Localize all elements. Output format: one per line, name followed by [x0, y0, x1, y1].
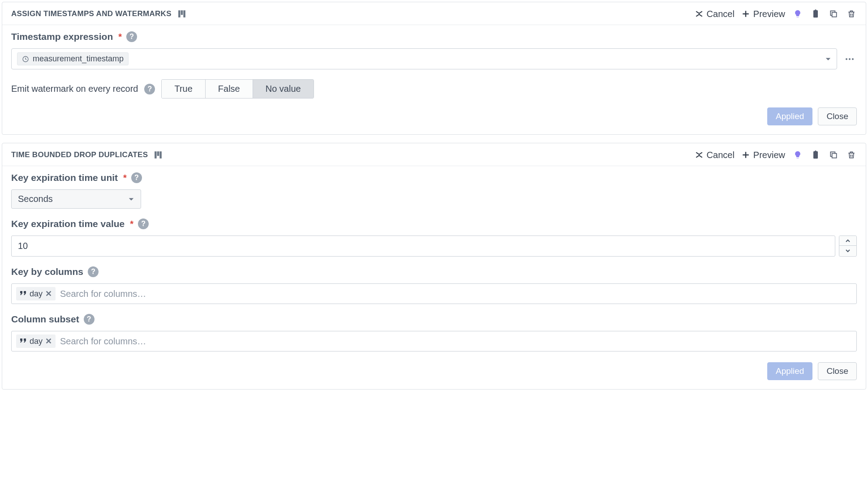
help-icon[interactable]: ?: [131, 172, 142, 183]
svg-rect-11: [832, 154, 837, 158]
column-tag-label: day: [30, 337, 43, 346]
trash-icon: [847, 150, 856, 159]
emit-watermark-label: Emit watermark on every record: [11, 84, 138, 94]
field-key-expiration-unit: Key expiration time unit * ? Seconds: [11, 172, 857, 209]
board-icon: [154, 151, 162, 159]
required-star: *: [118, 32, 122, 42]
svg-rect-9: [157, 151, 159, 156]
lightbulb-icon: [793, 9, 802, 18]
expression-chip-label: measurement_timestamp: [33, 54, 124, 64]
timestamp-expression-input[interactable]: measurement_timestamp: [11, 48, 837, 69]
help-icon[interactable]: ?: [84, 314, 95, 325]
copy-icon: [829, 150, 838, 159]
close-button[interactable]: Close: [818, 362, 857, 380]
help-icon[interactable]: ?: [138, 219, 149, 229]
ellipsis-icon: [844, 54, 855, 64]
collapse-icon: [695, 151, 703, 159]
column-tag: day ✕: [16, 287, 56, 300]
header-actions: Cancel Preview: [695, 150, 857, 160]
panel-header: TIME BOUNDED DROP DUPLICATES Cancel Prev…: [2, 143, 866, 166]
columns-placeholder: Search for columns…: [60, 336, 146, 347]
remove-tag-button[interactable]: ✕: [45, 336, 52, 346]
segment-true[interactable]: True: [162, 80, 205, 98]
copy-icon: [829, 9, 838, 18]
collapse-icon: [695, 10, 703, 18]
svg-point-7: [852, 58, 854, 60]
plus-icon: [742, 151, 750, 159]
preview-label: Preview: [753, 9, 785, 19]
delete-button[interactable]: [846, 150, 857, 160]
cancel-button[interactable]: Cancel: [695, 9, 735, 19]
clipboard-button[interactable]: [810, 150, 821, 160]
field-label: Key expiration time value: [11, 219, 125, 229]
trash-icon: [847, 9, 856, 18]
svg-rect-8: [155, 151, 157, 159]
field-emit-watermark: Emit watermark on every record ? True Fa…: [11, 79, 857, 99]
field-label: Key by columns: [11, 266, 83, 277]
field-label: Key expiration time unit: [11, 172, 118, 183]
preview-button[interactable]: Preview: [742, 150, 785, 160]
remove-tag-button[interactable]: ✕: [45, 289, 52, 299]
unit-select-value: Seconds: [18, 194, 53, 204]
svg-rect-0: [178, 10, 180, 17]
field-timestamp-expression: Timestamp expression * ? measurement_tim…: [11, 31, 857, 69]
cancel-button[interactable]: Cancel: [695, 150, 735, 160]
svg-rect-3: [832, 13, 837, 17]
help-icon[interactable]: ?: [144, 84, 155, 94]
value-stepper: [839, 236, 857, 257]
required-star: *: [123, 173, 127, 183]
column-tag: day ✕: [16, 334, 56, 348]
field-key-expiration-value: Key expiration time value * ?: [11, 219, 857, 257]
segment-no-value[interactable]: No value: [253, 80, 314, 98]
columns-placeholder: Search for columns…: [60, 289, 146, 299]
hint-button[interactable]: [792, 9, 803, 19]
cancel-label: Cancel: [707, 9, 735, 19]
clipboard-icon: [811, 150, 820, 159]
expiration-value-input[interactable]: [11, 236, 835, 257]
field-column-subset: Column subset ? day ✕ Search for columns…: [11, 314, 857, 351]
unit-select[interactable]: Seconds: [11, 189, 141, 209]
more-options-button[interactable]: [842, 52, 857, 66]
panel-footer: Applied Close: [2, 107, 866, 134]
quote-icon: [20, 338, 27, 344]
svg-rect-10: [160, 151, 162, 159]
copy-button[interactable]: [828, 9, 839, 19]
clipboard-icon: [811, 9, 820, 18]
panel-body: Timestamp expression * ? measurement_tim…: [2, 25, 866, 107]
panel-body: Key expiration time unit * ? Seconds Key…: [2, 166, 866, 362]
copy-button[interactable]: [828, 150, 839, 160]
help-icon[interactable]: ?: [126, 31, 137, 42]
chevron-down-icon: [845, 248, 851, 253]
required-star: *: [130, 219, 133, 229]
applied-button: Applied: [767, 107, 812, 125]
emit-watermark-segmented: True False No value: [161, 79, 314, 99]
chevron-down-icon: [128, 196, 134, 202]
panel-title: ASSIGN TIMESTAMPS AND WATERMARKS: [11, 9, 172, 18]
segment-false[interactable]: False: [206, 80, 253, 98]
quote-icon: [20, 291, 27, 297]
lightbulb-icon: [793, 150, 802, 159]
chevron-up-icon: [845, 239, 851, 243]
applied-button: Applied: [767, 362, 812, 380]
preview-button[interactable]: Preview: [742, 9, 785, 19]
column-subset-input[interactable]: day ✕ Search for columns…: [11, 331, 857, 351]
hint-button[interactable]: [792, 150, 803, 160]
step-down-button[interactable]: [839, 246, 856, 256]
panel-drop-duplicates: TIME BOUNDED DROP DUPLICATES Cancel Prev…: [2, 143, 866, 390]
panel-footer: Applied Close: [2, 362, 866, 389]
close-button[interactable]: Close: [818, 107, 857, 125]
field-label: Timestamp expression: [11, 31, 113, 42]
panel-assign-timestamps: ASSIGN TIMESTAMPS AND WATERMARKS Cancel …: [2, 2, 866, 135]
expression-chip: measurement_timestamp: [17, 52, 129, 65]
clock-icon: [22, 56, 29, 63]
column-tag-label: day: [30, 289, 43, 299]
svg-point-6: [849, 58, 851, 60]
header-actions: Cancel Preview: [695, 9, 857, 19]
clipboard-button[interactable]: [810, 9, 821, 19]
key-by-columns-input[interactable]: day ✕ Search for columns…: [11, 283, 857, 304]
help-icon[interactable]: ?: [88, 266, 99, 277]
panel-title: TIME BOUNDED DROP DUPLICATES: [11, 150, 148, 159]
delete-button[interactable]: [846, 9, 857, 19]
svg-rect-1: [181, 10, 183, 15]
step-up-button[interactable]: [839, 236, 856, 246]
